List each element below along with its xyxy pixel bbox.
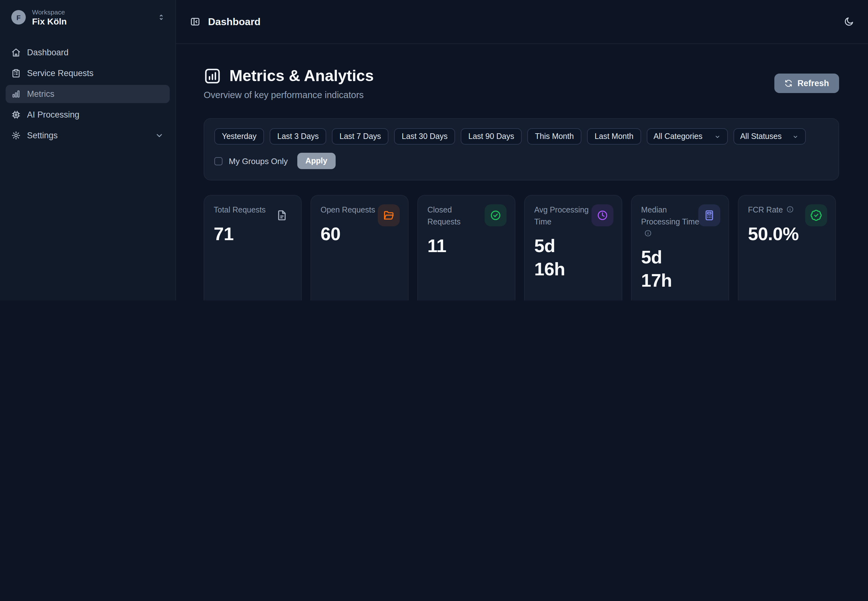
stat-card-closed-requests: Closed Requests 11 [417,195,515,300]
my-groups-checkbox[interactable] [214,157,222,165]
refresh-icon [784,79,792,87]
cpu-icon [11,110,21,119]
page-subtitle: Overview of key performance indicators [204,90,374,100]
sidebar-item-label: Dashboard [27,48,69,57]
sidebar-item-service-requests[interactable]: Service Requests [6,64,170,82]
stat-value: 11 [427,234,506,258]
workspace-name: Fix Köln [32,16,67,26]
topbar: Dashboard [176,0,868,44]
stats-row: Total Requests 71 Open Requests 60 Close… [204,195,839,300]
category-select-value: All Categories [654,132,703,141]
chevrons-up-down-icon [157,13,165,21]
workspace-avatar: F [11,10,26,24]
sidebar-item-label: AI Processing [27,110,79,119]
gear-icon [11,131,21,140]
file-text-icon [271,204,293,226]
status-select[interactable]: All Statuses [733,128,806,145]
stat-title: Median Processing Time [641,206,699,226]
app-window: F Workspace Fix Köln Dashboard Service R… [0,0,868,300]
workspace-text: Workspace Fix Köln [32,8,67,26]
home-icon [11,48,21,57]
stat-title: Open Requests [321,204,380,216]
clipboard-list-icon [11,69,21,78]
sidebar: F Workspace Fix Köln Dashboard Service R… [0,0,176,300]
sidebar-nav: Dashboard Service Requests Metrics AI Pr… [0,43,175,147]
info-icon[interactable] [786,206,793,213]
bar-chart-square-icon [204,67,221,85]
chevron-down-icon [714,133,720,140]
content: Metrics & Analytics Overview of key perf… [176,44,868,300]
sidebar-item-ai-processing[interactable]: AI Processing [6,105,170,124]
folder-open-icon [378,204,400,226]
range-button-last-30-days[interactable]: Last 30 Days [394,128,455,145]
stat-title: FCR Rate [748,206,783,214]
bar-chart-icon [11,89,21,99]
refresh-button[interactable]: Refresh [774,73,839,93]
sidebar-item-settings[interactable]: Settings [6,127,170,145]
page-title: Metrics & Analytics [229,67,374,85]
range-button-last-3-days[interactable]: Last 3 Days [270,128,326,145]
main-area: Dashboard Metrics & Analytics Overview o… [176,0,868,300]
range-button-last-90-days[interactable]: Last 90 Days [461,128,522,145]
sidebar-item-metrics[interactable]: Metrics [6,85,170,103]
stat-title: Closed Requests [427,204,486,228]
panel-left-icon[interactable] [190,16,201,27]
stat-value: 5d 17h [641,246,719,293]
stat-card-median-processing-time: Median Processing Time 5d 17h [631,195,729,300]
my-groups-label: My Groups Only [229,156,288,166]
calculator-icon [698,204,720,226]
info-icon[interactable] [644,229,652,237]
page-head-left: Metrics & Analytics Overview of key perf… [204,67,374,100]
clock-icon [591,204,614,226]
refresh-label: Refresh [797,79,829,88]
sidebar-item-label: Metrics [27,89,54,99]
stat-title: Avg Processing Time [534,204,593,228]
range-button-last-month[interactable]: Last Month [587,128,641,145]
badge-check-icon [805,204,827,226]
filter-panel: Yesterday Last 3 Days Last 7 Days Last 3… [204,118,839,180]
stat-card-total-requests: Total Requests 71 [204,195,302,300]
range-button-yesterday[interactable]: Yesterday [214,128,264,145]
check-circle-icon [484,204,507,226]
stat-value: 5d 16h [534,234,612,281]
sidebar-item-dashboard[interactable]: Dashboard [6,43,170,62]
range-button-this-month[interactable]: This Month [527,128,582,145]
chevron-down-icon [155,131,164,140]
range-button-last-7-days[interactable]: Last 7 Days [332,128,388,145]
page-head: Metrics & Analytics Overview of key perf… [204,67,839,100]
workspace-switcher[interactable]: F Workspace Fix Köln [0,0,175,26]
sidebar-item-label: Service Requests [27,69,94,78]
stat-card-avg-processing-time: Avg Processing Time 5d 16h [524,195,622,300]
stat-title: Total Requests [214,204,273,216]
chevron-down-icon [792,133,799,140]
apply-button[interactable]: Apply [297,153,335,169]
status-select-value: All Statuses [740,132,781,141]
sidebar-item-label: Settings [27,131,58,140]
moon-icon[interactable] [844,16,854,27]
stat-card-open-requests: Open Requests 60 [311,195,408,300]
topbar-title: Dashboard [208,16,260,27]
workspace-label: Workspace [32,8,67,16]
category-select[interactable]: All Categories [647,128,728,145]
stat-card-fcr-rate: FCR Rate 50.0% [738,195,836,300]
